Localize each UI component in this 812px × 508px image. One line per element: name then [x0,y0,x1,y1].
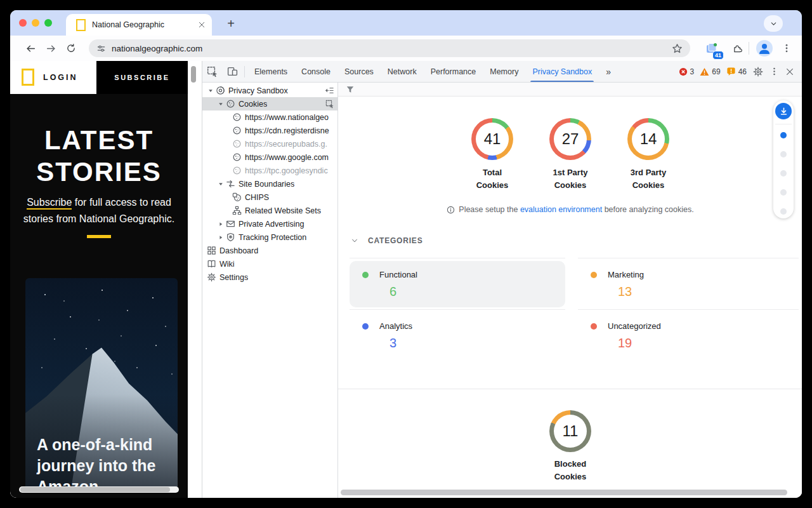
section-nav-dot-active[interactable] [780,132,787,138]
tree-collapse-arrow-icon[interactable] [218,234,224,241]
categories-column-left: Functional 6 Analytics 3 [350,258,565,361]
tree-item-cookie-origin[interactable]: https://securepubads.g. [202,137,337,150]
category-functional[interactable]: Functional 6 [350,258,565,309]
category-marketing[interactable]: Marketing 13 [578,258,799,309]
forward-button[interactable] [43,41,58,56]
tree-item-dashboard[interactable]: Dashboard [202,244,337,257]
blocked-cookies-label: BlockedCookies [554,458,587,483]
tab-close-icon[interactable] [198,21,206,29]
reload-icon [66,43,76,53]
minimize-window-button[interactable] [32,19,39,27]
category-uncategorized[interactable]: Uncategorized 19 [578,309,799,361]
extensions-menu-button[interactable] [730,41,745,56]
cookie-icon [232,139,242,149]
tab-search-button[interactable] [764,15,783,32]
login-link[interactable]: LOGIN [43,73,78,82]
section-nav-dot[interactable] [780,170,787,177]
browser-menu-button[interactable] [779,41,794,56]
console-warnings-counter[interactable]: 69 [700,67,720,76]
tab-elements[interactable]: Elements [247,61,294,82]
tree-item-settings[interactable]: Settings [202,271,337,284]
filter-funnel-icon[interactable] [346,85,355,94]
third-party-cookies-stat: 14 3rd PartyCookies [627,118,669,192]
download-report-button[interactable] [775,103,792,119]
bookmark-star-icon[interactable] [672,43,683,54]
cookies-filter-toolbar [338,83,802,97]
evaluation-environment-link[interactable]: evaluation environment [520,205,602,214]
tree-item-cookie-origin[interactable]: https://cdn.registerdisne [202,124,337,137]
chevron-down-icon [351,237,358,244]
device-toolbar-button[interactable] [223,66,242,77]
tree-item-cookies[interactable]: Cookies [202,97,337,110]
zoom-window-button[interactable] [44,19,52,27]
tree-item-cookie-origin[interactable]: https://tpc.googlesyndic [202,164,337,177]
devtools-close-button[interactable] [785,67,794,76]
webpage: LOGIN SUBSCRIBE LATESTSTORIES Subscribe … [10,61,202,498]
back-button[interactable] [23,41,38,56]
tree-item-private-advertising[interactable]: Private Advertising [202,217,337,231]
tree-item-related-website-sets[interactable]: Related Website Sets [202,204,337,217]
story-card-title: A one-of-a-kind journey into the Amazon [37,434,156,489]
tree-collapse-arrow-icon[interactable] [218,221,224,227]
subscribe-button[interactable]: SUBSCRIBE [96,61,188,94]
report-horizontal-scrollbar-thumb[interactable] [341,490,787,495]
close-window-button[interactable] [19,19,27,27]
tree-expand-arrow-icon[interactable] [207,88,214,94]
tree-expand-arrow-icon[interactable] [218,101,224,107]
category-analytics[interactable]: Analytics 3 [350,309,565,361]
tab-privacy-sandbox[interactable]: Privacy Sandbox [525,61,599,82]
story-card[interactable]: A one-of-a-kind journey into the Amazon [25,278,178,489]
categories-section-header[interactable]: CATEGORIES [351,236,422,245]
marketing-dot [591,272,597,278]
tree-item-tracking-protection[interactable]: Tracking Protection [202,231,337,244]
tab-sources[interactable]: Sources [337,61,381,82]
devtools-settings-button[interactable] [753,67,763,77]
tree-item-privacy-sandbox[interactable]: Privacy Sandbox [202,84,337,97]
section-nav-dot[interactable] [780,189,787,196]
new-tab-button[interactable]: + [222,14,240,33]
issues-icon [726,67,736,76]
tree-item-cookie-origin[interactable]: https://www.google.com [202,150,337,164]
omnibox[interactable]: nationalgeographic.com [89,39,690,57]
site-header: LOGIN SUBSCRIBE [10,61,202,94]
browser-tab[interactable]: National Geographic [66,14,212,36]
subscribe-link[interactable]: Subscribe [27,197,72,210]
more-tabs-button[interactable]: » [599,61,618,82]
analytics-dot [362,323,369,330]
site-horizontal-scrollbar-thumb[interactable] [20,487,170,492]
profile-button[interactable] [756,40,773,57]
site-settings-icon[interactable] [96,44,106,53]
marketing-count: 13 [618,284,799,299]
cookie-icon [232,152,242,162]
tree-item-chips[interactable]: CHIPS [202,190,337,204]
inspect-element-button[interactable] [202,66,223,77]
tree-item-site-boundaries[interactable]: Site Boundaries [202,177,337,190]
browser-toolbar: nationalgeographic.com 41 [10,36,802,61]
tree-expand-arrow-icon[interactable] [218,181,224,187]
inspect-cursor-icon [207,66,218,77]
tree-item-cookie-origin[interactable]: https://www.nationalgeo [202,110,337,124]
issues-counter[interactable]: 46 [726,67,747,76]
tree-item-wiki[interactable]: Wiki [202,257,337,271]
site-vertical-scrollbar-thumb[interactable] [191,66,196,83]
controls-divider [775,124,792,124]
collapse-sidebar-button[interactable] [325,86,334,95]
tab-network[interactable]: Network [381,61,424,82]
blocked-cookies-value: 11 [563,422,579,440]
url-text[interactable]: nationalgeographic.com [112,44,672,53]
tab-performance[interactable]: Performance [424,61,483,82]
reload-button[interactable] [63,41,79,56]
console-errors-counter[interactable]: 3 [679,67,695,76]
device-toolbar-icon [227,66,238,77]
section-nav-dot[interactable] [780,208,787,215]
setup-info-banner: Please setup the evaluation environment … [338,205,802,214]
natgeo-logo[interactable] [22,69,34,86]
section-nav-dot[interactable] [780,151,787,157]
cookie-icon [232,112,242,122]
extension-button[interactable]: 41 [703,40,719,57]
inspect-frame-icon[interactable] [325,100,334,109]
tab-console[interactable]: Console [294,61,337,82]
tab-memory[interactable]: Memory [483,61,525,82]
site-scrollbar-track [188,61,202,498]
devtools-menu-button[interactable] [769,67,779,76]
